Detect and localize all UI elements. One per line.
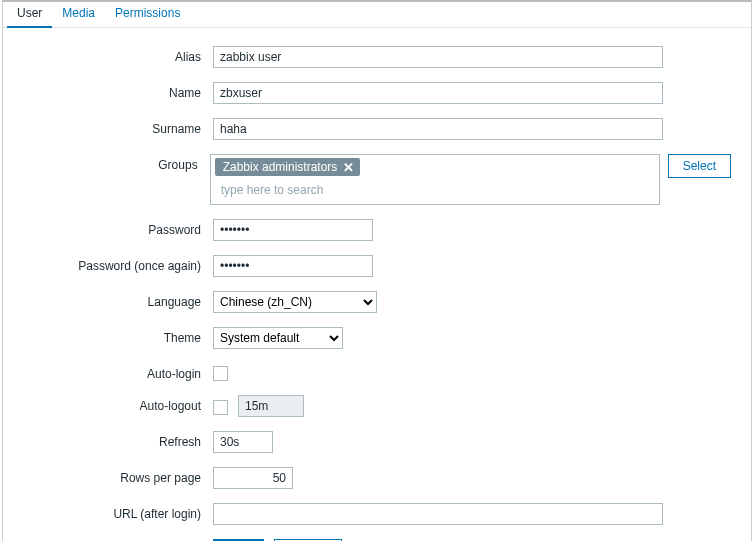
autologout-value	[238, 395, 304, 417]
groups-search-input[interactable]	[215, 179, 655, 201]
refresh-input[interactable]	[213, 431, 273, 453]
label-name: Name	[23, 82, 213, 100]
group-chip[interactable]: Zabbix administrators ✕	[215, 158, 361, 176]
tab-media[interactable]: Media	[52, 2, 105, 28]
close-icon[interactable]: ✕	[343, 161, 354, 174]
user-form: Alias Name Surname Groups Zabbix adminis…	[3, 28, 751, 541]
autologin-checkbox[interactable]	[213, 366, 228, 381]
label-surname: Surname	[23, 118, 213, 136]
label-autologin: Auto-login	[23, 363, 213, 381]
theme-select[interactable]: System default	[213, 327, 343, 349]
label-password2: Password (once again)	[23, 255, 213, 273]
label-autologout: Auto-logout	[23, 395, 213, 413]
label-theme: Theme	[23, 327, 213, 345]
label-password: Password	[23, 219, 213, 237]
password-input[interactable]	[213, 219, 373, 241]
tab-permissions[interactable]: Permissions	[105, 2, 190, 28]
alias-input[interactable]	[213, 46, 663, 68]
rows-per-page-input[interactable]	[213, 467, 293, 489]
group-chip-label: Zabbix administrators	[223, 160, 338, 174]
language-select[interactable]: Chinese (zh_CN)	[213, 291, 377, 313]
surname-input[interactable]	[213, 118, 663, 140]
tab-user[interactable]: User	[7, 2, 52, 28]
autologout-checkbox[interactable]	[213, 400, 228, 415]
label-refresh: Refresh	[23, 431, 213, 449]
select-button[interactable]: Select	[668, 154, 731, 178]
password-again-input[interactable]	[213, 255, 373, 277]
label-alias: Alias	[23, 46, 213, 64]
label-language: Language	[23, 291, 213, 309]
label-groups: Groups	[23, 154, 210, 172]
groups-multiselect[interactable]: Zabbix administrators ✕	[210, 154, 660, 205]
url-after-login-input[interactable]	[213, 503, 663, 525]
label-url: URL (after login)	[23, 503, 213, 521]
label-rows: Rows per page	[23, 467, 213, 485]
name-input[interactable]	[213, 82, 663, 104]
tabs-bar: User Media Permissions	[3, 2, 751, 28]
